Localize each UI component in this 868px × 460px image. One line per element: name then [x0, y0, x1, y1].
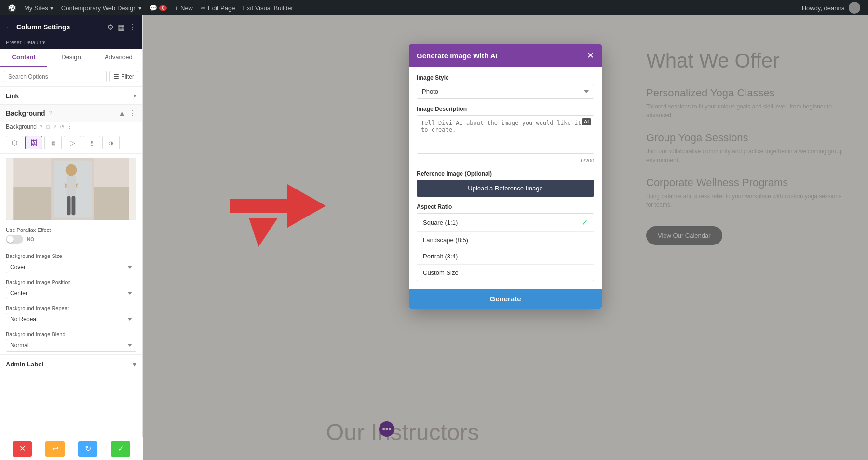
parallax-toggle[interactable] [6, 235, 23, 244]
bg-type-color[interactable]: ⬡ [6, 136, 23, 149]
website-preview: What We Offer Personalized Yoga Classes … [143, 15, 868, 460]
background-type-icons: ⬡ 🖼 ▦ ▷ ⣿ ◑ [0, 134, 142, 154]
bg-label: Background [6, 123, 37, 130]
svg-marker-9 [230, 184, 326, 228]
modal-header: Generate Image With AI ✕ [409, 44, 602, 67]
bg-type-video[interactable]: ▷ [64, 136, 81, 149]
sidebar-content: Link ▾ Background ? ▲ ⋮ [0, 87, 142, 460]
sidebar-title-group: ← Column Settings [6, 23, 70, 31]
redo-button[interactable]: ↻ [78, 441, 97, 457]
bottom-toolbar: ✕ ↩ ↻ ✓ [0, 437, 143, 460]
bg-repeat-select[interactable]: No Repeat [6, 313, 136, 325]
new-label: New [180, 4, 193, 12]
exit-builder-item[interactable]: Exit Visual Builder [239, 0, 297, 15]
comments-badge: 0 [159, 5, 167, 11]
tab-content[interactable]: Content [0, 49, 47, 67]
sync-icon[interactable]: ⚙ [107, 23, 114, 32]
site-name-menu[interactable]: Contemporary Web Design ▾ [57, 0, 146, 15]
tab-bar: Content Design Advanced [0, 49, 142, 67]
wp-logo[interactable] [4, 0, 20, 15]
edit-page-item[interactable]: ✏ Edit Page [197, 0, 239, 15]
image-description-label: Image Description [417, 106, 594, 112]
bg-more-icon[interactable]: ⋮ [129, 108, 136, 118]
bg-help-icon[interactable]: ? [49, 110, 53, 117]
modal-overlay[interactable]: Generate Image With AI ✕ Image Style Pho… [143, 15, 868, 460]
upload-reference-button[interactable]: Upload a Reference Image [417, 180, 594, 197]
user-menu[interactable]: Howdy, deanna [798, 0, 864, 15]
bg-type-image[interactable]: 🖼 [25, 136, 42, 149]
back-icon[interactable]: ← [6, 23, 13, 31]
generate-image-modal: Generate Image With AI ✕ Image Style Pho… [409, 44, 602, 309]
link-chevron-icon: ▾ [133, 92, 136, 99]
aspect-custom[interactable]: Custom Size [417, 265, 594, 281]
layout-icon[interactable]: ▦ [118, 23, 125, 32]
link-section-label: Link [6, 92, 19, 99]
undo-button[interactable]: ↩ [45, 441, 65, 457]
main-content: What We Offer Personalized Yoga Classes … [143, 15, 868, 460]
admin-label-text: Admin Label [6, 361, 43, 368]
preset-label: Preset: Default ▾ [0, 39, 142, 49]
admin-bar: My Sites ▾ Contemporary Web Design ▾ 💬 0… [0, 0, 868, 15]
square-check-icon: ✓ [582, 218, 588, 227]
bg-reset-icon[interactable]: ↺ [60, 124, 64, 130]
bg-collapse-icon[interactable]: ▲ [118, 109, 126, 118]
bg-position-group: Background Image Position Center [0, 276, 142, 302]
parallax-label: Use Parallax Effect [6, 227, 136, 233]
bg-blend-select[interactable]: Normal [6, 339, 136, 352]
bg-type-mask[interactable]: ◑ [102, 136, 120, 149]
svg-point-5 [66, 164, 77, 176]
bg-copy-icon[interactable]: □ [46, 124, 50, 130]
bg-type-gradient[interactable]: ▦ [44, 136, 62, 149]
background-section: Background ? ▲ ⋮ Background ? □ ↗ ↺ ⋮ [0, 104, 142, 354]
bg-position-label: Background Image Position [6, 279, 136, 285]
edit-page-label: Edit Page [208, 4, 235, 12]
image-style-label: Image Style [417, 74, 594, 81]
parallax-group: Use Parallax Effect NO [0, 224, 142, 250]
modal-close-button[interactable]: ✕ [587, 51, 594, 60]
sidebar-title: Column Settings [16, 23, 70, 31]
bg-dots-icon[interactable]: ⋮ [67, 124, 72, 130]
aspect-landscape[interactable]: Landscape (8:5) [417, 232, 594, 248]
bg-info-icon[interactable]: ? [40, 124, 42, 130]
bg-type-pattern[interactable]: ⣿ [83, 136, 100, 149]
filter-icon: ☰ [114, 73, 119, 80]
filter-button[interactable]: ☰ Filter [109, 71, 138, 82]
admin-label-header[interactable]: Admin Label ▾ [0, 355, 142, 374]
arrow-annotation [230, 170, 326, 249]
modal-body: Image Style Photo Image Description AI 0… [409, 67, 602, 289]
new-item[interactable]: + New [171, 0, 197, 15]
ai-badge: AI [582, 118, 591, 125]
reference-image-label: Reference Image (Optional) [417, 170, 594, 177]
tab-advanced[interactable]: Advanced [95, 49, 142, 67]
char-count: 0/200 [417, 158, 594, 163]
aspect-square[interactable]: Square (1:1) ✓ [417, 214, 594, 232]
modal-title: Generate Image With AI [417, 52, 498, 60]
search-input[interactable] [4, 71, 107, 82]
svg-marker-10 [249, 218, 278, 247]
parallax-value: NO [27, 237, 34, 242]
my-sites-menu[interactable]: My Sites ▾ [20, 0, 57, 15]
sidebar: ← Column Settings ⚙ ▦ ⋮ Preset: Default … [0, 15, 143, 460]
svg-rect-6 [67, 176, 76, 197]
svg-rect-7 [67, 196, 71, 215]
bg-blend-label: Background Image Blend [6, 331, 136, 337]
bg-blend-group: Background Image Blend Normal [0, 328, 142, 354]
link-section-header[interactable]: Link ▾ [0, 87, 142, 104]
bg-arrow-icon[interactable]: ↗ [53, 124, 57, 130]
image-description-textarea[interactable] [417, 115, 594, 154]
cancel-button[interactable]: ✕ [13, 441, 32, 457]
comments-item[interactable]: 💬 0 [146, 0, 171, 15]
site-name-label: Contemporary Web Design [61, 4, 137, 12]
save-button[interactable]: ✓ [111, 441, 130, 457]
image-style-select[interactable]: Photo [417, 84, 594, 99]
background-image-preview [6, 158, 136, 220]
generate-button[interactable]: Generate [409, 289, 602, 309]
bg-position-select[interactable]: Center [6, 287, 136, 299]
tab-design[interactable]: Design [47, 49, 95, 67]
link-section: Link ▾ [0, 87, 142, 104]
sidebar-header-actions: ⚙ ▦ ⋮ [107, 23, 136, 32]
bg-repeat-group: Background Image Repeat No Repeat [0, 302, 142, 328]
more-icon[interactable]: ⋮ [129, 23, 136, 32]
bg-size-select[interactable]: Cover [6, 261, 136, 273]
aspect-portrait[interactable]: Portrait (3:4) [417, 248, 594, 265]
